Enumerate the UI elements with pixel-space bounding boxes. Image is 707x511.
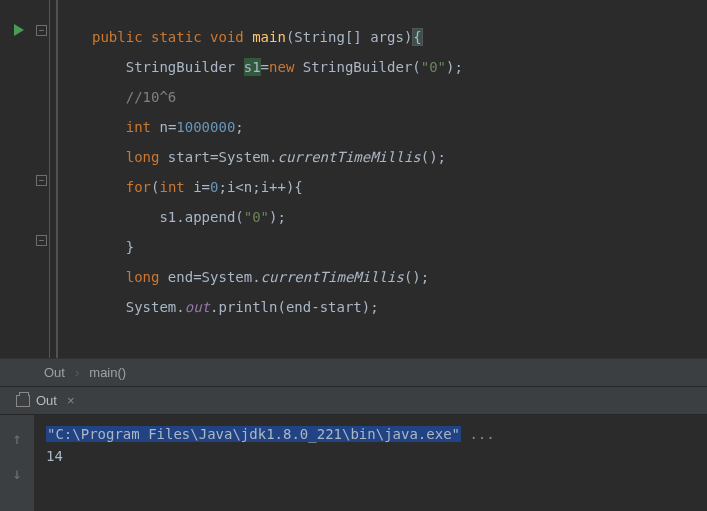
toolwindow-tab-out[interactable]: Out × <box>8 389 83 412</box>
fold-gutter <box>34 0 50 358</box>
code-line: long end=System.currentTimeMillis(); <box>92 262 463 292</box>
code-line: long start=System.currentTimeMillis(); <box>92 142 463 172</box>
chevron-right-icon: › <box>75 365 79 380</box>
fold-toggle-icon[interactable] <box>36 235 47 246</box>
breadcrumb-method[interactable]: main() <box>89 365 126 380</box>
code-line: int n=1000000; <box>92 112 463 142</box>
code-line: StringBuilder s1=new StringBuilder("0"); <box>92 52 463 82</box>
console-command-line: "C:\Program Files\Java\jdk1.8.0_221\bin\… <box>46 423 695 445</box>
breadcrumb-class[interactable]: Out <box>44 365 65 380</box>
scroll-down-icon[interactable]: ↓ <box>12 464 22 483</box>
code-editor[interactable]: public static void main(String[] args){ … <box>56 0 463 358</box>
editor-area: public static void main(String[] args){ … <box>0 0 707 358</box>
run-icon[interactable] <box>14 24 24 36</box>
console-result-line: 14 <box>46 445 695 467</box>
console-icon <box>16 395 30 407</box>
breadcrumb: Out › main() <box>0 358 707 386</box>
toolwindow-tab-bar: Out × <box>0 386 707 414</box>
code-line: public static void main(String[] args){ <box>92 22 463 52</box>
scroll-up-icon[interactable]: ↑ <box>12 429 22 448</box>
fold-toggle-icon[interactable] <box>36 175 47 186</box>
code-line: s1.append("0"); <box>92 202 463 232</box>
console-output[interactable]: "C:\Program Files\Java\jdk1.8.0_221\bin\… <box>34 415 707 511</box>
code-line: } <box>92 232 463 262</box>
code-line: System.out.println(end-start); <box>92 292 463 322</box>
code-line: //10^6 <box>92 82 463 112</box>
run-gutter <box>0 0 34 358</box>
code-line: for(int i=0;i<n;i++){ <box>92 172 463 202</box>
fold-toggle-icon[interactable] <box>36 25 47 36</box>
console-toolbar: ↑ ↓ <box>0 415 34 511</box>
toolwindow-tab-label: Out <box>36 393 57 408</box>
console-area: ↑ ↓ "C:\Program Files\Java\jdk1.8.0_221\… <box>0 414 707 511</box>
close-icon[interactable]: × <box>67 393 75 408</box>
